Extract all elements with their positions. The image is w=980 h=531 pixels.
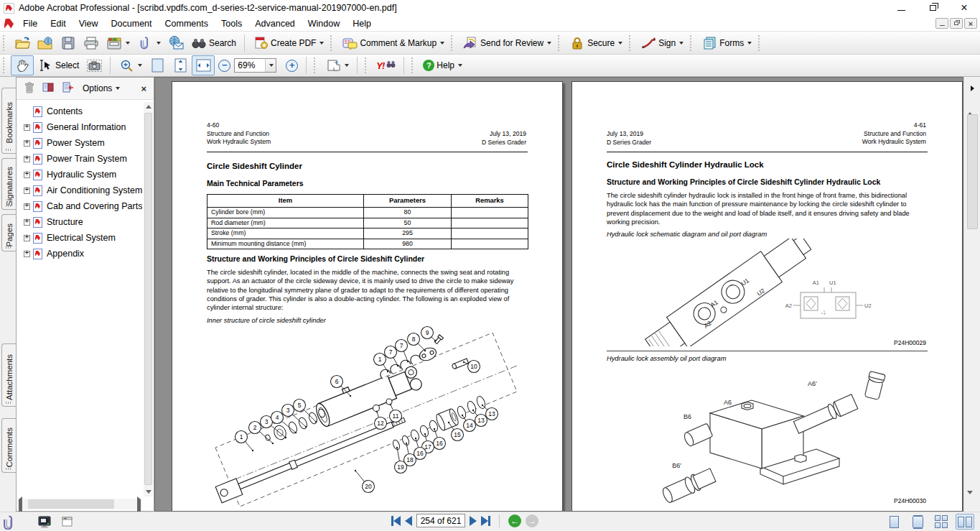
save-button[interactable] bbox=[57, 33, 80, 53]
continuous-facing-button[interactable] bbox=[932, 514, 951, 530]
status-bar: ← → bbox=[0, 512, 980, 531]
task-button-create-pdf[interactable]: Create PDF bbox=[249, 33, 327, 53]
bookmark-item[interactable]: Contents bbox=[19, 103, 142, 119]
bookmark-item[interactable]: General Information bbox=[19, 119, 142, 135]
task-button-forms[interactable]: Forms bbox=[698, 33, 755, 53]
bookmark-item[interactable]: Electrical System bbox=[19, 230, 142, 246]
next-page-button[interactable] bbox=[470, 516, 477, 526]
previous-page-button[interactable] bbox=[405, 516, 412, 526]
menu-file[interactable]: File bbox=[17, 17, 44, 30]
restore-button[interactable] bbox=[917, 0, 948, 16]
attachments-paperclip-icon[interactable] bbox=[3, 514, 15, 531]
nav-tab-attachments[interactable]: Attachments bbox=[1, 343, 16, 407]
fit-page-button[interactable] bbox=[146, 55, 169, 75]
scroll-down-icon[interactable] bbox=[967, 491, 973, 507]
print-button[interactable] bbox=[80, 33, 103, 53]
nav-tab-pages[interactable]: Pages bbox=[1, 214, 16, 251]
expand-plus-icon[interactable] bbox=[24, 172, 30, 178]
single-page-button[interactable] bbox=[885, 514, 903, 530]
menu-advanced[interactable]: Advanced bbox=[248, 17, 302, 30]
scrollbar-thumb[interactable] bbox=[28, 499, 114, 509]
document-vertical-scrollbar[interactable] bbox=[963, 77, 980, 512]
svg-text:2: 2 bbox=[253, 424, 257, 431]
search-button[interactable]: Search bbox=[187, 33, 240, 53]
expand-plus-icon[interactable] bbox=[24, 124, 30, 131]
pdf-page-icon bbox=[33, 185, 42, 196]
bookmarks-horizontal-scrollbar[interactable] bbox=[17, 499, 142, 509]
previous-view-button[interactable]: ← bbox=[508, 514, 521, 527]
delete-bookmark-icon[interactable] bbox=[24, 82, 34, 96]
scrollbar-thumb[interactable] bbox=[967, 114, 978, 229]
bookmark-item[interactable]: Air Conditioning System bbox=[19, 183, 142, 198]
task-button-sign[interactable]: Sign bbox=[637, 33, 687, 53]
menu-document[interactable]: Document bbox=[105, 17, 159, 30]
task-button-send-for-review[interactable]: Send for Review bbox=[459, 33, 555, 53]
expand-current-bookmark-icon[interactable] bbox=[42, 82, 55, 95]
minimize-button[interactable] bbox=[885, 0, 917, 16]
continuous-page-button[interactable] bbox=[908, 514, 927, 530]
bookmarks-vertical-scrollbar[interactable] bbox=[144, 102, 153, 497]
bookmark-item[interactable]: Cab and Covering Parts bbox=[19, 198, 142, 214]
doc-minimize-button[interactable] bbox=[935, 18, 948, 29]
doc-close-button[interactable]: × bbox=[964, 18, 977, 29]
zoom-out-button[interactable]: − bbox=[215, 57, 234, 74]
expand-plus-icon[interactable] bbox=[24, 235, 30, 241]
organizer-button[interactable] bbox=[103, 33, 134, 53]
expand-plus-icon[interactable] bbox=[24, 156, 30, 162]
task-button-secure[interactable]: Secure bbox=[566, 33, 626, 53]
help-button[interactable]: ? Help bbox=[419, 57, 466, 73]
zoom-tool-button[interactable] bbox=[115, 55, 146, 75]
facing-pages-button[interactable] bbox=[956, 514, 974, 530]
yahoo-search-button[interactable]: Y! bbox=[373, 58, 399, 73]
bookmark-item[interactable]: Power System bbox=[19, 135, 142, 151]
fit-height-button[interactable] bbox=[169, 55, 192, 75]
open-button[interactable] bbox=[11, 33, 34, 53]
expand-plus-icon[interactable] bbox=[24, 140, 30, 147]
bookmark-item[interactable]: Hydraulic System bbox=[19, 167, 142, 183]
snapshot-button[interactable] bbox=[83, 55, 106, 75]
first-page-button[interactable] bbox=[391, 516, 401, 526]
fit-width-button[interactable] bbox=[192, 55, 215, 75]
doc-restore-button[interactable] bbox=[950, 18, 963, 29]
new-bookmark-icon[interactable] bbox=[62, 82, 74, 95]
bookmark-item[interactable]: Appendix bbox=[19, 246, 142, 262]
nav-tab-signatures[interactable]: Signatures bbox=[1, 158, 16, 210]
scroll-up-icon[interactable] bbox=[967, 100, 973, 116]
menu-window[interactable]: Window bbox=[302, 17, 346, 30]
last-page-button[interactable] bbox=[481, 516, 490, 526]
preview-monitor-icon[interactable] bbox=[38, 516, 52, 531]
pane-collapse-button[interactable] bbox=[967, 81, 978, 94]
document-area[interactable]: 4-60 Structure and Function Work Hydraul… bbox=[154, 77, 963, 512]
scrollbar-thumb[interactable] bbox=[144, 113, 152, 485]
nav-tab-bookmarks[interactable]: Bookmarks bbox=[1, 88, 16, 154]
menu-tools[interactable]: Tools bbox=[215, 17, 248, 30]
close-button[interactable]: × bbox=[948, 0, 980, 16]
attach-button[interactable] bbox=[134, 33, 164, 53]
menu-help[interactable]: Help bbox=[346, 17, 378, 30]
menu-edit[interactable]: Edit bbox=[44, 17, 73, 30]
page-layout-button[interactable] bbox=[322, 55, 353, 75]
zoom-dropdown-button[interactable] bbox=[265, 59, 276, 72]
bookmark-item[interactable]: Power Train System bbox=[19, 151, 142, 167]
expand-plus-icon[interactable] bbox=[24, 188, 30, 194]
nav-tab-comments[interactable]: Comments bbox=[1, 418, 16, 473]
expand-plus-icon[interactable] bbox=[24, 219, 30, 226]
expand-plus-icon[interactable] bbox=[24, 203, 30, 210]
expand-plus-icon[interactable] bbox=[24, 251, 30, 257]
hand-tool-button[interactable] bbox=[11, 55, 34, 75]
select-tool-button[interactable]: Select bbox=[34, 55, 83, 75]
menu-view[interactable]: View bbox=[73, 17, 105, 30]
open-web-button[interactable] bbox=[34, 33, 57, 53]
window-box-icon[interactable] bbox=[62, 517, 73, 530]
page-number-input[interactable] bbox=[416, 514, 465, 527]
email-button[interactable] bbox=[164, 33, 187, 53]
bookmarks-options-button[interactable]: Options bbox=[83, 83, 120, 93]
next-view-button[interactable]: → bbox=[526, 514, 538, 527]
bookmark-item[interactable]: Structure bbox=[19, 214, 142, 230]
svg-text:18: 18 bbox=[406, 456, 414, 463]
menu-comments[interactable]: Comments bbox=[159, 17, 215, 30]
task-button-comment-markup[interactable]: Comment & Markup bbox=[338, 33, 448, 53]
zoom-level-input[interactable] bbox=[235, 60, 265, 71]
zoom-in-button[interactable]: + bbox=[282, 57, 302, 74]
bookmarks-close-icon[interactable]: × bbox=[141, 83, 146, 94]
